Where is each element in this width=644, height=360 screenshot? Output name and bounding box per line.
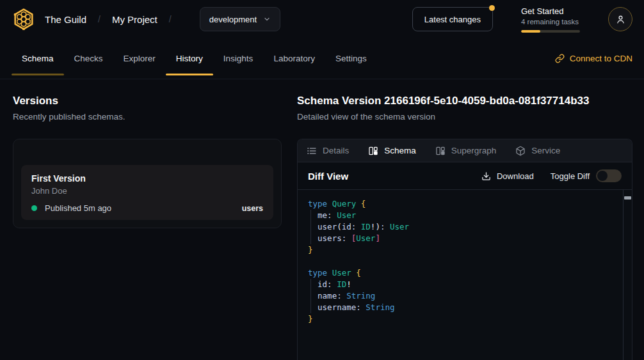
target-nav: SchemaChecksExplorerHistoryInsightsLabor… xyxy=(0,38,644,79)
panel-tab-label: Supergraph xyxy=(451,146,497,155)
user-avatar-button[interactable] xyxy=(608,7,632,31)
nav-tab-label: Checks xyxy=(74,54,103,63)
connect-to-cdn-link[interactable]: Connect to CDN xyxy=(555,38,632,79)
diff-view-title: Diff View xyxy=(308,171,348,182)
download-icon xyxy=(481,171,491,181)
version-meta: Published 5m agousers xyxy=(31,203,263,213)
nav-tab-label: Schema xyxy=(22,54,54,63)
target-selector-dropdown[interactable]: development xyxy=(200,7,280,31)
schema-version-title: Schema Version 2166196f-5e10-4059-bd0a-0… xyxy=(297,95,632,107)
indent-guide xyxy=(310,210,311,244)
nav-tab-label: History xyxy=(176,54,203,63)
panel-tab-schema[interactable]: Schema xyxy=(368,146,416,156)
versions-section: Versions Recently published schemas. Fir… xyxy=(13,95,282,360)
get-started-title: Get Started xyxy=(521,6,580,17)
nav-tab-insights[interactable]: Insights xyxy=(213,38,264,79)
switch-knob xyxy=(597,171,608,181)
versions-card: First VersionJohn DoePublished 5m agouse… xyxy=(13,139,282,228)
panel-tab-details[interactable]: Details xyxy=(307,146,349,156)
get-started-progress-fill xyxy=(521,30,540,33)
code-scrollbar-thumb[interactable] xyxy=(624,196,631,200)
nav-tab-label: Insights xyxy=(223,54,254,63)
schema-version-panel: DetailsSchemaSupergraphService Diff View… xyxy=(297,139,632,360)
diff-view-toolbar: Diff View Download Toggle Diff xyxy=(298,162,632,190)
versions-subtitle: Recently published schemas. xyxy=(13,111,282,123)
panel-tab-label: Service xyxy=(531,146,560,155)
code-line: id: ID! xyxy=(308,279,614,290)
panel-tab-supergraph[interactable]: Supergraph xyxy=(435,146,497,156)
sdl-code-viewer[interactable]: type Query { me: User user(id: ID!): Use… xyxy=(298,190,632,360)
code-line: name: String xyxy=(308,290,614,302)
panel-tabs: DetailsSchemaSupergraphService xyxy=(298,139,632,162)
indent-guide xyxy=(310,279,311,313)
get-started-subtitle: 4 remaining tasks xyxy=(521,17,580,26)
panel-tab-label: Details xyxy=(323,146,349,155)
header-right-group: Latest changes Get Started 4 remaining t… xyxy=(412,6,632,33)
nav-tab-underline xyxy=(166,74,213,75)
get-started-progressbar xyxy=(521,30,580,33)
version-list-item[interactable]: First VersionJohn DoePublished 5m agouse… xyxy=(21,165,273,220)
connect-to-cdn-label: Connect to CDN xyxy=(570,54,632,63)
code-line xyxy=(308,256,614,267)
guild-logo-icon[interactable] xyxy=(12,7,36,31)
toggle-diff-label: Toggle Diff xyxy=(551,171,590,181)
toggle-diff-switch[interactable] xyxy=(596,169,622,182)
toggle-diff-group: Toggle Diff xyxy=(551,169,622,182)
app-header: The Guild / My Project / development Lat… xyxy=(0,0,644,38)
download-label: Download xyxy=(497,171,534,181)
get-started-widget[interactable]: Get Started 4 remaining tasks xyxy=(521,6,580,33)
version-author: John Doe xyxy=(31,186,263,196)
nav-tab-explorer[interactable]: Explorer xyxy=(113,38,166,79)
schema-version-section: Schema Version 2166196f-5e10-4059-bd0a-0… xyxy=(297,95,632,360)
schema-version-subtitle: Detailed view of the schema version xyxy=(297,111,632,123)
box-icon xyxy=(515,146,526,156)
code-line: } xyxy=(308,313,614,325)
nav-tab-settings[interactable]: Settings xyxy=(325,38,377,79)
breadcrumb-separator: / xyxy=(98,14,101,24)
list-icon xyxy=(307,146,317,156)
nav-tabs: SchemaChecksExplorerHistoryInsightsLabor… xyxy=(12,38,377,79)
latest-changes-button[interactable]: Latest changes xyxy=(412,7,493,31)
main-content: Versions Recently published schemas. Fir… xyxy=(0,79,644,360)
panel-tab-label: Schema xyxy=(384,146,416,155)
nav-tab-label: Settings xyxy=(335,54,367,63)
nav-tab-underline xyxy=(12,74,64,75)
notification-dot xyxy=(489,5,495,11)
link-icon xyxy=(555,54,565,63)
code-line: type User { xyxy=(308,267,614,279)
code-line: type Query { xyxy=(308,198,614,210)
chevron-down-icon xyxy=(263,15,271,23)
version-list: First VersionJohn DoePublished 5m agouse… xyxy=(21,165,273,220)
layout-icon xyxy=(368,146,378,156)
nav-tab-laboratory[interactable]: Laboratory xyxy=(263,38,325,79)
nav-tab-label: Laboratory xyxy=(273,54,315,63)
version-status: Published 5m ago xyxy=(45,203,111,213)
code-line: users: [User] xyxy=(308,233,614,244)
panel-tab-service[interactable]: Service xyxy=(515,146,560,156)
code-block: type Query { me: User user(id: ID!): Use… xyxy=(308,198,614,325)
code-line: user(id: ID!): User xyxy=(308,221,614,233)
project-breadcrumb[interactable]: My Project xyxy=(112,14,157,25)
diff-actions: Download Toggle Diff xyxy=(481,169,622,182)
user-icon xyxy=(615,14,626,25)
version-service-badge: users xyxy=(242,204,263,213)
code-line: me: User xyxy=(308,210,614,221)
org-breadcrumb[interactable]: The Guild xyxy=(45,14,86,25)
nav-tab-history[interactable]: History xyxy=(166,38,213,79)
code-scrollbar[interactable] xyxy=(623,190,632,360)
code-line: } xyxy=(308,244,614,256)
layout-icon xyxy=(435,146,446,156)
version-name: First Version xyxy=(31,173,263,184)
published-status-dot xyxy=(31,205,37,211)
nav-tab-checks[interactable]: Checks xyxy=(64,38,113,79)
nav-tab-label: Explorer xyxy=(124,54,156,63)
code-line: username: String xyxy=(308,302,614,313)
target-selector-value: development xyxy=(209,15,257,24)
breadcrumb-separator: / xyxy=(169,14,172,24)
versions-title: Versions xyxy=(13,95,282,107)
nav-tab-schema[interactable]: Schema xyxy=(12,38,64,79)
download-button[interactable]: Download xyxy=(481,171,534,181)
